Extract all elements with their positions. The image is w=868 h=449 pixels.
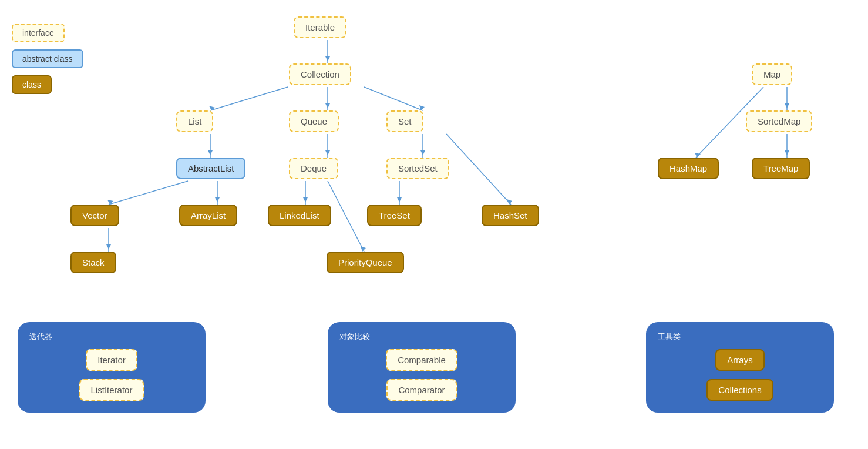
- legend-interface-box: interface: [12, 24, 65, 42]
- group-iterators-label: 迭代器: [29, 331, 194, 342]
- svg-marker-1: [325, 56, 330, 61]
- node-deque: Deque: [289, 158, 338, 179]
- svg-marker-27: [361, 246, 366, 252]
- svg-marker-25: [106, 244, 111, 249]
- svg-marker-19: [303, 197, 308, 202]
- svg-marker-33: [785, 150, 789, 155]
- group-utilities-items: Arrays Collections: [658, 349, 822, 401]
- node-iterator: Iterator: [86, 349, 137, 371]
- svg-line-14: [109, 181, 188, 205]
- node-arraylist: ArrayList: [179, 205, 237, 226]
- legend-abstract-box: abstract class: [12, 49, 83, 68]
- node-listiterator: ListIterator: [79, 379, 144, 401]
- node-abstractlist: AbstractList: [176, 158, 245, 179]
- svg-marker-29: [785, 103, 789, 108]
- group-utilities-label: 工具类: [658, 331, 822, 342]
- svg-line-26: [328, 181, 364, 252]
- svg-marker-21: [397, 197, 402, 202]
- svg-marker-3: [209, 106, 215, 110]
- node-arrays: Arrays: [715, 349, 764, 371]
- node-set: Set: [386, 110, 423, 132]
- node-comparator: Comparator: [386, 379, 456, 401]
- svg-line-22: [446, 134, 511, 205]
- group-iterators: 迭代器 Iterator ListIterator: [18, 322, 206, 413]
- node-collection: Collection: [289, 63, 351, 85]
- node-vector: Vector: [70, 205, 119, 226]
- diagram-container: interface abstract class class: [0, 0, 868, 449]
- svg-marker-15: [107, 200, 113, 205]
- legend-interface: interface: [12, 24, 83, 42]
- svg-marker-11: [325, 150, 330, 155]
- node-list: List: [176, 110, 213, 132]
- node-collections: Collections: [706, 379, 773, 401]
- node-treeset: TreeSet: [367, 205, 422, 226]
- legend-class: class: [12, 75, 83, 94]
- node-iterable: Iterable: [294, 16, 346, 38]
- legend: interface abstract class class: [12, 24, 83, 94]
- node-sortedset: SortedSet: [386, 158, 449, 179]
- svg-marker-23: [507, 199, 512, 205]
- group-comparators-items: Comparable Comparator: [339, 349, 504, 401]
- group-comparators: 对象比较 Comparable Comparator: [328, 322, 516, 413]
- group-utilities: 工具类 Arrays Collections: [646, 322, 834, 413]
- node-stack: Stack: [70, 252, 116, 273]
- svg-line-6: [364, 87, 423, 110]
- svg-marker-17: [215, 197, 220, 202]
- svg-marker-9: [208, 150, 213, 155]
- node-map: Map: [752, 63, 792, 85]
- group-iterators-items: Iterator ListIterator: [29, 349, 194, 401]
- node-sortedmap: SortedMap: [746, 110, 812, 132]
- group-comparators-label: 对象比较: [339, 331, 504, 342]
- legend-class-box: class: [12, 75, 52, 94]
- node-comparable: Comparable: [386, 349, 457, 371]
- node-queue: Queue: [289, 110, 339, 132]
- svg-marker-5: [325, 103, 330, 108]
- svg-line-2: [210, 87, 288, 110]
- svg-marker-7: [419, 105, 425, 110]
- node-treemap: TreeMap: [752, 158, 810, 179]
- svg-marker-13: [420, 150, 425, 155]
- legend-abstract: abstract class: [12, 49, 83, 68]
- svg-marker-31: [695, 153, 701, 158]
- node-priorityqueue: PriorityQueue: [327, 252, 404, 273]
- node-hashmap: HashMap: [658, 158, 719, 179]
- node-hashset: HashSet: [482, 205, 539, 226]
- node-linkedlist: LinkedList: [268, 205, 331, 226]
